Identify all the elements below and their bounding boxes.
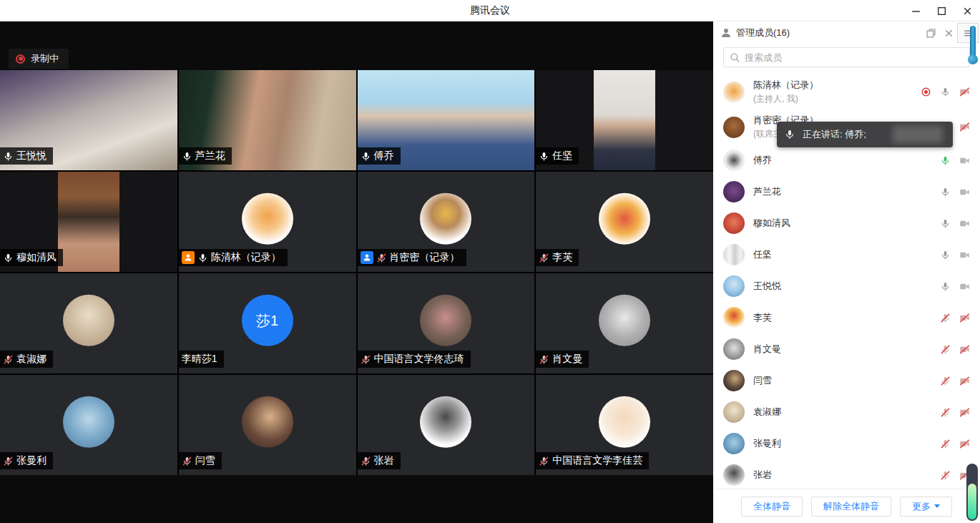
mic-muted-icon[interactable] [940, 407, 951, 418]
mute-all-button[interactable]: 全体静音 [741, 497, 803, 517]
host-badge-icon [182, 251, 195, 264]
avatar [420, 295, 471, 346]
video-tile[interactable]: 陈清林（记录） [179, 172, 356, 272]
mic-muted-icon[interactable] [940, 439, 951, 449]
popout-panel-icon[interactable] [926, 28, 936, 39]
video-tile[interactable]: 张曼利 [0, 375, 177, 475]
speaking-toast-text: 正在讲话: 傅乔; [803, 128, 866, 141]
mic-icon [197, 253, 208, 263]
avatar [63, 295, 114, 346]
video-tile[interactable]: 肖文曼 [536, 273, 713, 373]
mic-icon[interactable] [940, 281, 951, 292]
participant-name-badge: 肖密密（记录） [358, 249, 466, 266]
member-row[interactable]: 王悦悦 [713, 270, 980, 302]
member-row[interactable]: 李芙 [713, 302, 980, 333]
window-controls [903, 0, 980, 21]
member-row[interactable]: 芦兰花 [713, 176, 980, 207]
member-row[interactable]: 闫雪 [713, 365, 980, 396]
video-tile[interactable]: 肖密密（记录） [358, 172, 535, 272]
video-tile[interactable]: 李芙 [536, 172, 713, 272]
camera-icon[interactable] [959, 187, 970, 197]
camera-off-icon[interactable] [959, 344, 970, 355]
participant-name-badge: 陈清林（记录） [179, 249, 288, 266]
mic-icon[interactable] [940, 87, 951, 97]
titlebar: 腾讯会议 [0, 0, 980, 21]
participant-name: 任坚 [552, 150, 572, 162]
member-row[interactable]: 张曼利 [713, 428, 980, 459]
camera-off-icon[interactable] [959, 122, 970, 132]
scroll-indicator-pin[interactable] [968, 26, 978, 64]
member-avatar [723, 338, 745, 360]
video-tile[interactable]: 袁淑娜 [0, 273, 177, 373]
minimize-button[interactable] [903, 0, 928, 21]
member-avatar [723, 82, 745, 103]
participant-name: 闫雪 [195, 454, 215, 467]
member-panel-footer: 全体静音 解除全体静音 更多 [713, 489, 980, 523]
chevron-down-icon [934, 504, 940, 508]
participant-name-badge: 肖文曼 [536, 351, 589, 368]
more-button[interactable]: 更多 [900, 497, 952, 517]
mic-muted-icon[interactable] [940, 376, 951, 386]
participant-name-badge: 王悦悦 [0, 147, 53, 165]
video-area: 录制中 王悦悦 芦兰花 傅乔 任坚 穆如清风 [0, 21, 713, 523]
video-tile[interactable]: 莎1李晴莎1 [179, 273, 356, 373]
member-panel-title: 管理成员(16) [736, 26, 790, 39]
video-tile[interactable]: 中国语言文学佟志琦 [358, 273, 535, 373]
member-name: 穆如清风 [753, 217, 790, 230]
video-tile[interactable]: 王悦悦 [0, 70, 177, 170]
camera-icon[interactable] [959, 281, 970, 292]
video-tile[interactable]: 张岩 [358, 375, 535, 475]
mic-icon[interactable] [940, 155, 951, 166]
member-avatar [723, 464, 745, 486]
mic-muted-icon[interactable] [940, 344, 951, 355]
mic-muted-icon[interactable] [940, 313, 951, 323]
video-tile[interactable]: 穆如清风 [0, 172, 177, 272]
camera-off-icon[interactable] [959, 313, 970, 323]
member-row[interactable]: 陈清林（记录）(主持人, 我) [713, 74, 980, 109]
member-search-box[interactable] [723, 47, 970, 67]
member-avatar [723, 401, 745, 423]
camera-off-icon[interactable] [959, 87, 970, 97]
camera-off-icon[interactable] [959, 376, 970, 386]
video-tile[interactable]: 闫雪 [179, 375, 356, 475]
participant-name-badge: 李晴莎1 [179, 351, 224, 368]
mic-muted-icon [3, 456, 14, 466]
member-search-input[interactable] [745, 52, 964, 63]
video-tile[interactable]: 傅乔 [358, 70, 535, 170]
mic-icon [361, 151, 371, 162]
member-row[interactable]: 张岩 [713, 459, 980, 489]
scrollbar-thumb[interactable] [966, 464, 978, 521]
video-tile[interactable]: 中国语言文学李佳芸 [536, 375, 713, 475]
mic-muted-icon[interactable] [940, 470, 951, 481]
avatar [242, 193, 293, 245]
camera-icon[interactable] [959, 250, 970, 260]
close-button[interactable] [954, 0, 980, 21]
mic-icon[interactable] [940, 218, 951, 229]
member-row[interactable]: 任坚 [713, 239, 980, 270]
mic-icon [784, 129, 795, 140]
participant-name: 王悦悦 [16, 150, 46, 162]
maximize-button[interactable] [928, 0, 954, 21]
camera-icon[interactable] [959, 155, 970, 166]
member-row[interactable]: 穆如清风 [713, 207, 980, 239]
member-row[interactable]: 肖文曼 [713, 333, 980, 365]
video-tile[interactable]: 芦兰花 [179, 70, 356, 170]
participant-name: 穆如清风 [16, 251, 57, 264]
video-tile[interactable]: 任坚 [536, 70, 713, 170]
participant-name: 张岩 [374, 454, 394, 467]
camera-off-icon[interactable] [959, 439, 970, 449]
mic-icon[interactable] [940, 187, 951, 197]
mic-icon[interactable] [940, 250, 951, 260]
close-panel-icon[interactable] [944, 28, 954, 39]
avatar [63, 396, 114, 448]
mic-icon [539, 151, 549, 162]
member-row[interactable]: 傅乔 [713, 145, 980, 176]
camera-off-icon[interactable] [959, 407, 970, 418]
participant-name: 傅乔 [374, 150, 394, 162]
unmute-all-button[interactable]: 解除全体静音 [811, 497, 891, 517]
member-avatar [723, 307, 745, 328]
participant-name-badge: 傅乔 [358, 147, 401, 165]
video-grid: 王悦悦 芦兰花 傅乔 任坚 穆如清风 陈清林（记录） [0, 70, 713, 475]
member-row[interactable]: 袁淑娜 [713, 396, 980, 428]
camera-icon[interactable] [959, 218, 970, 229]
